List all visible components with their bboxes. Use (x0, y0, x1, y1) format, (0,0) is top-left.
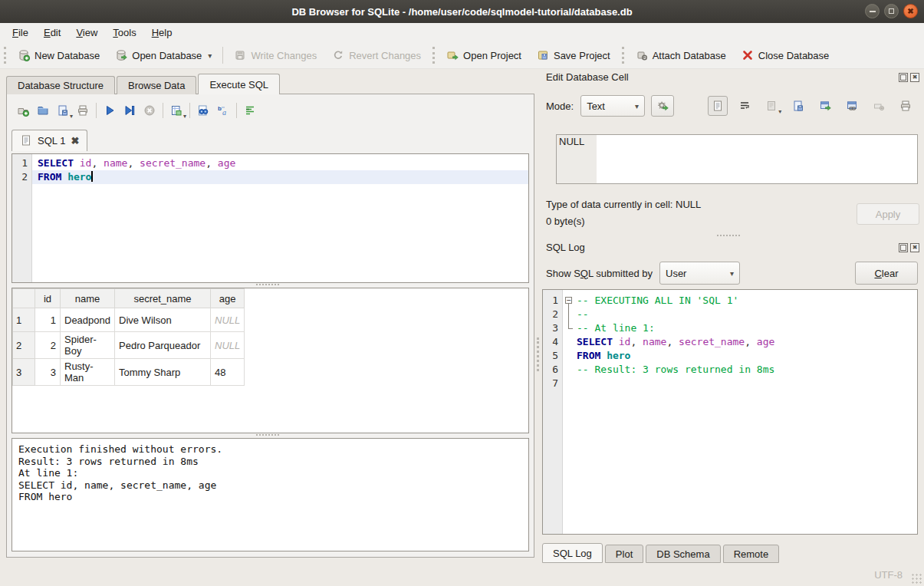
open-project-button[interactable]: Open Project (442, 46, 526, 64)
dock-tab-plot[interactable]: Plot (605, 545, 643, 563)
format-lines-button[interactable] (240, 100, 260, 120)
print-button[interactable] (73, 100, 93, 120)
menu-view[interactable]: View (68, 25, 105, 41)
new-sql-tab-button[interactable] (13, 100, 33, 120)
table-cell[interactable]: Rusty-Man (61, 359, 115, 386)
save-as-icon (792, 100, 804, 112)
tab-database-structure[interactable]: Database Structure (6, 76, 115, 94)
edit-cell-title: Edit Database Cell (546, 71, 896, 83)
execute-current-line-button[interactable] (120, 100, 140, 120)
menu-help[interactable]: Help (144, 25, 180, 41)
sql-log-view: 1234567 −-- EXECUTING ALL IN 'SQL 1'----… (542, 289, 918, 535)
new-database-icon (18, 49, 30, 61)
word-wrap-button[interactable] (735, 96, 755, 116)
column-header-id[interactable]: id (35, 289, 61, 308)
save-results-button[interactable]: ▾ (166, 100, 186, 120)
line-number: 6 (543, 363, 558, 377)
line-number: 1 (12, 156, 28, 170)
fold-margin[interactable]: − (563, 294, 577, 308)
chevron-down-icon[interactable]: ▾ (183, 113, 186, 120)
dock-tab-db-schema[interactable]: DB Schema (646, 545, 720, 563)
new-database-button[interactable]: New Database (13, 46, 104, 64)
results-table: idnamesecret_nameage11DeadpondDive Wilso… (12, 288, 245, 386)
collapse-icon[interactable]: − (565, 297, 572, 304)
apply-button[interactable]: Apply (857, 203, 919, 225)
table-cell[interactable]: NULL (211, 332, 245, 359)
menu-edit[interactable]: Edit (36, 25, 68, 41)
find-replace-button[interactable] (193, 100, 213, 120)
apply-mode-button[interactable] (651, 95, 674, 117)
table-cell[interactable]: NULL (211, 308, 245, 332)
auto-complete-button[interactable]: ba (213, 100, 233, 120)
table-cell[interactable]: Spider-Boy (61, 332, 115, 359)
cell-editor[interactable]: NULL (556, 134, 918, 184)
splitter-grip[interactable] (717, 235, 740, 239)
code-line[interactable]: SELECT id, name, secret_name, age (32, 156, 528, 170)
toolbar-button-label: Open Project (463, 50, 521, 61)
table-cell[interactable]: Dive Wilson (115, 308, 211, 332)
close-database-button[interactable]: Close Database (737, 46, 834, 64)
row-header[interactable]: 3 (13, 359, 35, 386)
table-cell[interactable]: 3 (35, 359, 61, 386)
revert-changes-button[interactable]: Revert Changes (327, 46, 426, 64)
link-button[interactable] (842, 96, 862, 116)
save-results-icon (170, 104, 182, 117)
stop-button[interactable] (140, 100, 159, 120)
row-header[interactable]: 2 (13, 332, 35, 359)
code-line[interactable]: FROM hero (32, 170, 528, 184)
open-database-button[interactable]: Open Database▾ (110, 46, 216, 64)
table-cell[interactable]: Tommy Sharp (115, 359, 211, 386)
write-changes-button[interactable]: Write Changes (229, 46, 321, 64)
set-null-button[interactable] (869, 96, 889, 116)
open-sql-file-button[interactable] (33, 100, 53, 120)
sql-tab-label: SQL 1 (38, 135, 65, 146)
column-header-name[interactable]: name (61, 289, 115, 308)
import-file-button[interactable]: ▾ (761, 96, 781, 116)
menu-tools[interactable]: Tools (105, 25, 143, 41)
tab-sql-1[interactable]: SQL 1 ✖ (12, 130, 87, 151)
mode-select[interactable]: Text ▾ (580, 95, 645, 117)
table-cell[interactable]: 48 (211, 359, 245, 386)
log-line: -- Result: 3 rows returned in 8ms (563, 363, 917, 377)
pane-splitter[interactable] (537, 337, 539, 371)
text-mode-button[interactable] (708, 96, 728, 116)
close-tab-icon[interactable]: ✖ (71, 136, 79, 146)
execute-all-button[interactable] (100, 100, 120, 120)
log-line: -- (563, 308, 917, 321)
attach-database-button[interactable]: Attach Database (631, 46, 731, 64)
toolbar-button-label: Write Changes (251, 50, 317, 61)
resize-grip[interactable] (911, 573, 922, 584)
dock-tab-sql-log[interactable]: SQL Log (542, 543, 603, 563)
clear-button[interactable]: Clear (855, 262, 918, 285)
dock-tab-remote[interactable]: Remote (723, 545, 780, 563)
minimize-button[interactable] (865, 4, 880, 18)
sql-editor[interactable]: 12 SELECT id, name, secret_name, ageFROM… (12, 153, 529, 283)
column-header-age[interactable]: age (211, 289, 245, 308)
save-sql-file-button[interactable]: ▾ (53, 100, 73, 120)
corner-header[interactable] (13, 289, 35, 308)
float-dock-icon[interactable] (899, 73, 908, 82)
table-cell[interactable]: Pedro Parqueador (115, 332, 211, 359)
export-cell-button[interactable] (815, 96, 835, 116)
menu-file[interactable]: File (5, 25, 36, 41)
tab-execute-sql[interactable]: Execute SQL (198, 74, 280, 94)
save-as-button[interactable] (788, 96, 808, 116)
close-dock-icon[interactable]: ✖ (910, 73, 919, 82)
row-header[interactable]: 1 (13, 308, 35, 332)
float-dock-icon[interactable] (899, 243, 908, 252)
table-cell[interactable]: 1 (35, 308, 61, 332)
close-button[interactable]: ✖ (903, 4, 918, 18)
column-header-secret_name[interactable]: secret_name (115, 289, 211, 308)
print-button[interactable] (896, 96, 916, 116)
maximize-button[interactable] (884, 4, 899, 18)
table-cell[interactable]: Deadpond (61, 308, 115, 332)
submitted-by-select[interactable]: User ▾ (659, 262, 740, 285)
new-sql-tab-icon (17, 104, 29, 117)
chevron-down-icon[interactable]: ▾ (208, 51, 212, 60)
editor-code[interactable]: SELECT id, name, secret_name, ageFROM he… (32, 154, 528, 282)
table-cell[interactable]: 2 (35, 332, 61, 359)
tab-browse-data[interactable]: Browse Data (117, 76, 196, 94)
close-dock-icon[interactable]: ✖ (910, 243, 919, 252)
table-row: 33Rusty-ManTommy Sharp48 (13, 359, 245, 386)
save-project-button[interactable]: Save Project (532, 46, 615, 64)
